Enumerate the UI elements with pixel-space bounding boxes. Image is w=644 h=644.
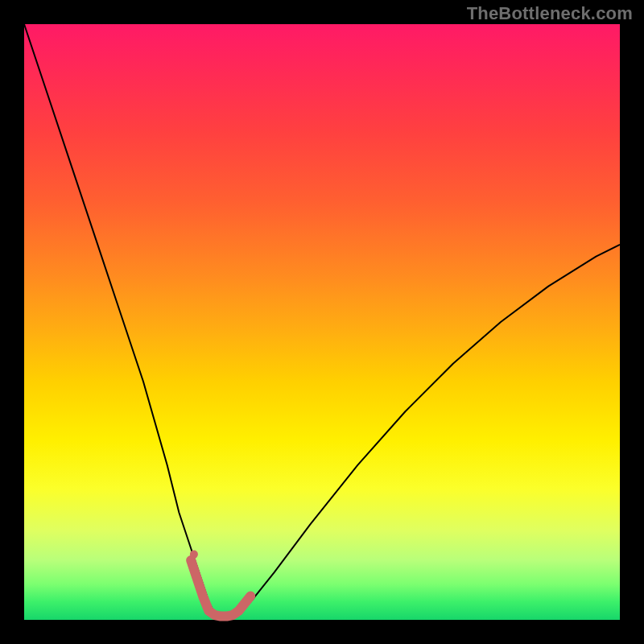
series-bottleneck-curve — [24, 24, 620, 617]
chart-svg — [24, 24, 620, 620]
chart-frame: TheBottleneck.com — [0, 0, 644, 644]
annotation-dot — [190, 551, 198, 559]
watermark-text: TheBottleneck.com — [467, 3, 633, 24]
plot-area — [24, 24, 620, 620]
series-highlight-valley — [191, 560, 250, 617]
